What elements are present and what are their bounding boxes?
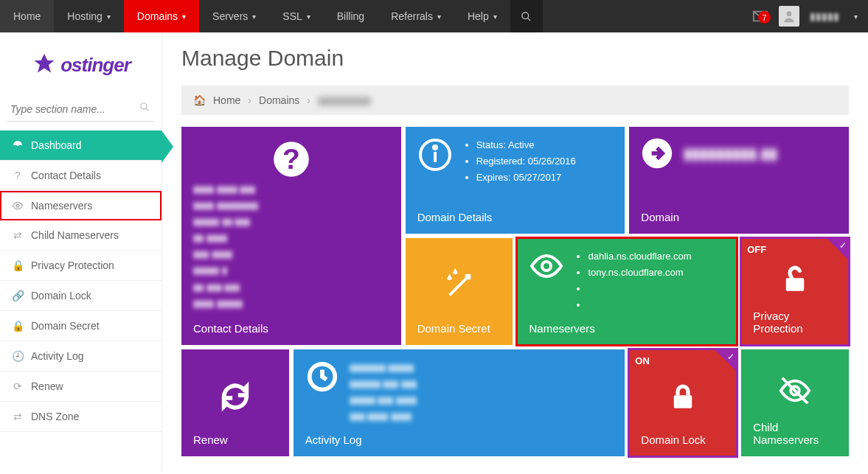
nav-ssl[interactable]: SSL▾ <box>269 0 323 32</box>
notification-badge: 7 <box>758 11 771 24</box>
tile-label: Nameservers <box>529 322 725 335</box>
tile-privacy-protection[interactable]: OFF Privacy Protection <box>741 238 849 345</box>
search-icon <box>139 102 150 115</box>
sidebar-item-domain-lock[interactable]: 🔗 Domain Lock <box>0 281 162 311</box>
wand-icon <box>442 268 476 302</box>
svg-point-5 <box>17 144 19 147</box>
sidebar-item-nameservers[interactable]: Nameservers <box>0 191 162 220</box>
nav-ssl-label: SSL <box>282 10 302 22</box>
notifications[interactable]: 7 <box>752 8 768 24</box>
nav-referrals-label: Referrals <box>391 10 433 22</box>
tile-activity-log[interactable]: ▮▮▮▮▮▮▮ ▮▮▮▮▮▮▮▮▮▮▮ ▮▮▮ ▮▮▮▮▮▮▮▮ ▮▮▮ ▮▮▮… <box>294 349 625 456</box>
sitemap-icon: ⇄ <box>12 229 24 241</box>
sidebar-item-renew[interactable]: ⟳ Renew <box>0 372 162 402</box>
sidebar-item-label: Privacy Protection <box>31 259 114 271</box>
sidebar-item-activity-log[interactable]: 🕘 Activity Log <box>0 341 162 372</box>
breadcrumb-domains[interactable]: Domains <box>259 94 299 106</box>
chevron-down-icon: ▾ <box>437 13 441 21</box>
home-icon: 🏠 <box>193 94 206 106</box>
tile-domain-details[interactable]: Status: Active Registered: 05/26/2016 Ex… <box>406 127 625 234</box>
sidebar-item-dns-zone[interactable]: ⇄ DNS Zone <box>0 402 162 432</box>
tile-domain-lock[interactable]: ON Domain Lock <box>629 349 737 456</box>
tile-label: Activity Log <box>305 433 614 446</box>
nav-help[interactable]: Help▾ <box>454 0 510 32</box>
svg-point-0 <box>522 12 529 18</box>
sidebar-item-privacy-protection[interactable]: 🔒 Privacy Protection <box>0 251 162 281</box>
chevron-down-icon: ▾ <box>182 13 186 21</box>
user-icon <box>782 9 796 24</box>
sidebar-item-child-nameservers[interactable]: ⇄ Child Nameservers <box>0 220 162 251</box>
check-corner-icon <box>715 349 737 372</box>
chevron-down-icon: ▾ <box>252 13 256 21</box>
sidebar-item-domain-secret[interactable]: 🔒 Domain Secret <box>0 311 162 341</box>
nav-home[interactable]: Home <box>0 0 54 32</box>
sidebar-search-input[interactable] <box>7 97 154 122</box>
logo-icon <box>31 52 58 78</box>
sidebar-item-label: Renew <box>31 380 63 392</box>
user-area: 7 ▮▮▮▮▮ ▾ <box>742 0 868 32</box>
logo[interactable]: ostinger <box>0 47 162 97</box>
question-icon: ? <box>272 140 310 178</box>
sidebar-item-label: Domain Secret <box>31 320 100 332</box>
sidebar-item-dashboard[interactable]: Dashboard <box>0 130 162 161</box>
tile-label: Domain Secret <box>417 322 501 335</box>
clock-icon <box>305 360 339 394</box>
sidebar-item-label: Nameservers <box>31 200 92 212</box>
nav-domains-label: Domains <box>137 10 178 22</box>
status-tag: OFF <box>747 244 766 255</box>
tile-label: Domain Details <box>417 211 614 223</box>
chevron-right-icon: › <box>248 94 251 106</box>
ns-list: dahlia.ns.cloudflare.com tony.ns.cloudfl… <box>574 248 691 313</box>
tile-domain[interactable]: ▮▮▮▮▮▮▮▮▮.▮▮ Domain <box>629 127 849 234</box>
nav-billing[interactable]: Billing <box>324 0 378 32</box>
breadcrumb: 🏠 Home › Domains › ▮▮▮▮▮▮▮▮▮ <box>181 86 849 115</box>
sidebar-search <box>7 97 154 122</box>
tile-nameservers[interactable]: dahlia.ns.cloudflare.com tony.ns.cloudfl… <box>517 238 737 345</box>
nav-servers[interactable]: Servers▾ <box>199 0 269 32</box>
domain-value: ▮▮▮▮▮▮▮▮▮.▮▮ <box>684 144 777 162</box>
check-corner-icon <box>827 238 849 260</box>
breadcrumb-home[interactable]: Home <box>213 94 240 106</box>
question-icon: ? <box>12 170 24 181</box>
sidebar-item-label: Domain Lock <box>31 290 91 302</box>
chevron-down-icon: ▾ <box>493 13 497 21</box>
unlock-icon <box>780 264 810 295</box>
chevron-down-icon[interactable]: ▾ <box>854 13 858 21</box>
status-tag: ON <box>635 355 650 366</box>
nav-search[interactable] <box>510 0 543 32</box>
main-content: Manage Domain 🏠 Home › Domains › ▮▮▮▮▮▮▮… <box>162 32 868 471</box>
eye-icon <box>12 200 24 212</box>
contact-lines: ▮▮▮▮ ▮▮▮▮ ▮▮▮▮▮▮▮ ▮▮▮▮▮▮▮▮▮▮▮▮▮ ▮▮ ▮▮▮▮▮… <box>193 181 389 312</box>
svg-rect-16 <box>674 395 692 408</box>
eye-icon <box>529 248 564 284</box>
nav-referrals[interactable]: Referrals▾ <box>378 0 454 32</box>
lock-icon: 🔒 <box>12 320 24 332</box>
tile-renew[interactable]: Renew <box>181 349 289 456</box>
sitemap-icon: ⇄ <box>12 411 24 422</box>
chevron-right-icon: › <box>307 94 310 106</box>
lock-icon: 🔒 <box>12 259 24 271</box>
lock-icon <box>667 381 698 412</box>
nav-hosting[interactable]: Hosting▾ <box>54 0 123 32</box>
tile-label: Contact Details <box>193 322 389 335</box>
sidebar-item-label: Dashboard <box>31 139 82 151</box>
nav-domains[interactable]: Domains▾ <box>124 0 199 32</box>
tile-label: Domain Lock <box>641 433 725 446</box>
log-lines: ▮▮▮▮▮▮▮ ▮▮▮▮▮▮▮▮▮▮▮ ▮▮▮ ▮▮▮▮▮▮▮▮ ▮▮▮ ▮▮▮… <box>350 360 417 425</box>
nav-home-label: Home <box>13 10 41 22</box>
sidebar-item-label: DNS Zone <box>31 411 79 422</box>
tile-contact-details[interactable]: ? ▮▮▮▮ ▮▮▮▮ ▮▮▮▮▮▮▮ ▮▮▮▮▮▮▮▮▮▮▮▮▮ ▮▮ ▮▮▮… <box>181 127 401 345</box>
info-icon <box>417 137 453 172</box>
svg-point-11 <box>434 146 437 149</box>
tile-domain-secret[interactable]: Domain Secret <box>406 238 513 345</box>
sidebar: ostinger Dashboard ? Contact Details Nam… <box>0 32 162 471</box>
tiles-grid: ? ▮▮▮▮ ▮▮▮▮ ▮▮▮▮▮▮▮ ▮▮▮▮▮▮▮▮▮▮▮▮▮ ▮▮ ▮▮▮… <box>181 127 849 456</box>
svg-rect-14 <box>786 278 805 291</box>
tile-child-nameservers[interactable]: Child Nameservers <box>741 349 849 456</box>
avatar[interactable] <box>779 6 799 27</box>
sidebar-item-label: Contact Details <box>31 170 101 181</box>
tile-label: Privacy Protection <box>753 310 837 335</box>
sidebar-item-label: Child Nameservers <box>31 229 119 241</box>
sidebar-item-contact-details[interactable]: ? Contact Details <box>0 161 162 191</box>
svg-line-1 <box>528 18 531 21</box>
